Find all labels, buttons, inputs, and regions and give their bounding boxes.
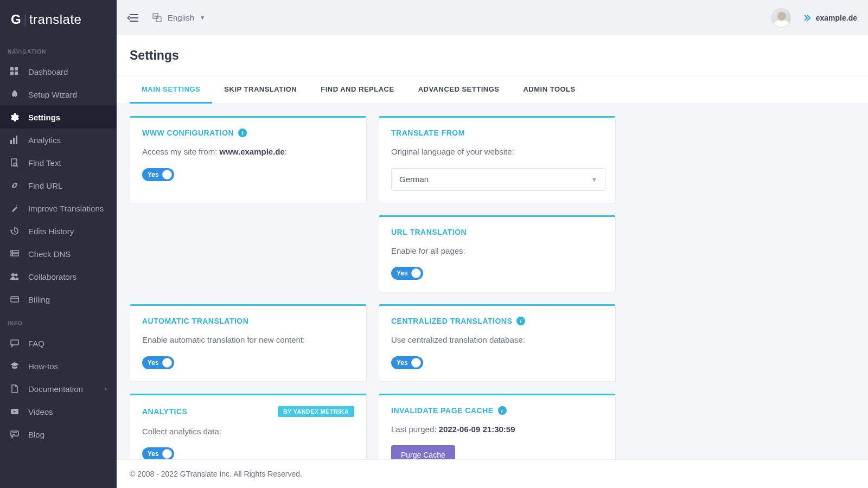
sidebar-item-faq[interactable]: FAQ bbox=[0, 332, 117, 355]
card-url-translation: URL TRANSLATION Enable for all pages: Ye… bbox=[379, 215, 616, 293]
dashboard-icon bbox=[10, 67, 20, 76]
sidebar-item-settings[interactable]: Settings bbox=[0, 106, 117, 129]
svg-rect-18 bbox=[11, 340, 18, 345]
page-title: Settings bbox=[117, 35, 868, 75]
sidebar-item-analytics[interactable]: Analytics bbox=[0, 129, 117, 151]
sidebar-item-collaborators[interactable]: Collaborators bbox=[0, 265, 117, 288]
toggle-url-translation[interactable]: Yes bbox=[391, 267, 423, 280]
svg-point-15 bbox=[15, 274, 18, 277]
card-title-text: AUTOMATIC TRANSLATION bbox=[142, 317, 248, 325]
sidebar-item-label: Improve Translations bbox=[28, 204, 104, 213]
card-desc: Collect analytics data: bbox=[142, 426, 354, 438]
analytics-provider-badge: BY YANDEX METRIKA bbox=[278, 406, 354, 417]
sidebar-item-label: Videos bbox=[28, 407, 53, 416]
content: WWW CONFIGURATION i Access my site from:… bbox=[117, 104, 868, 459]
toggle-knob bbox=[162, 358, 172, 368]
sidebar-item-edits-history[interactable]: Edits History bbox=[0, 220, 117, 242]
toggle-knob bbox=[162, 170, 172, 179]
card-desc: Access my site from: www.example.de: bbox=[142, 146, 354, 158]
svg-rect-20 bbox=[11, 431, 18, 436]
card-translate-from: TRANSLATE FROM Original language of your… bbox=[379, 116, 616, 203]
search-doc-icon bbox=[10, 158, 20, 168]
tab-skip-translation[interactable]: SKIP TRANSLATION bbox=[212, 75, 309, 104]
toggle-automatic[interactable]: Yes bbox=[142, 356, 174, 369]
purge-cache-button[interactable]: Purge Cache bbox=[391, 445, 455, 459]
sidebar-item-documentation[interactable]: Documentation › bbox=[0, 377, 117, 400]
chevron-right-icon: › bbox=[105, 385, 107, 393]
sidebar-item-label: Dashboard bbox=[28, 67, 68, 76]
translate-icon: A bbox=[152, 13, 162, 23]
card-desc: Enable automatic translation for new con… bbox=[142, 334, 354, 346]
card-www-configuration: WWW CONFIGURATION i Access my site from:… bbox=[130, 116, 367, 203]
tab-main-settings[interactable]: MAIN SETTINGS bbox=[130, 75, 212, 104]
toggle-label: Yes bbox=[148, 450, 159, 458]
card-invalidate-cache: INVALIDATE PAGE CACHE i Last purged: 202… bbox=[379, 394, 616, 460]
doc-icon bbox=[10, 384, 20, 394]
svg-rect-6 bbox=[16, 136, 17, 144]
toggle-label: Yes bbox=[148, 171, 159, 178]
sidebar-item-videos[interactable]: Videos bbox=[0, 400, 117, 423]
sidebar-item-billing[interactable]: Billing bbox=[0, 288, 117, 311]
info-icon[interactable]: i bbox=[498, 406, 507, 415]
sidebar-item-blog[interactable]: Blog bbox=[0, 423, 117, 446]
svg-rect-3 bbox=[15, 72, 18, 75]
sidebar-item-howtos[interactable]: How-tos bbox=[0, 355, 117, 377]
sidebar-item-dashboard[interactable]: Dashboard bbox=[0, 60, 117, 83]
caret-down-icon: ▼ bbox=[200, 15, 205, 21]
info-icon[interactable]: i bbox=[516, 317, 525, 325]
sidebar-item-label: Edits History bbox=[28, 227, 74, 236]
link-icon bbox=[10, 181, 20, 190]
sidebar-item-find-text[interactable]: Find Text bbox=[0, 151, 117, 174]
site-badge[interactable]: example.de bbox=[803, 14, 857, 22]
sidebar-item-label: Find URL bbox=[28, 181, 62, 190]
toggle-knob bbox=[411, 358, 421, 368]
site-label: example.de bbox=[816, 14, 857, 22]
sidebar-item-label: FAQ bbox=[28, 339, 44, 348]
toggle-www[interactable]: Yes bbox=[142, 168, 174, 181]
collapse-sidebar-button[interactable] bbox=[127, 13, 138, 23]
sidebar-item-label: Billing bbox=[28, 295, 50, 304]
avatar[interactable] bbox=[771, 8, 791, 28]
card-desc: Enable for all pages: bbox=[391, 245, 603, 258]
svg-rect-16 bbox=[11, 297, 18, 302]
sidebar-item-label: Find Text bbox=[28, 158, 61, 168]
svg-rect-5 bbox=[13, 138, 15, 144]
card-title-text: TRANSLATE FROM bbox=[391, 129, 465, 137]
site-icon bbox=[803, 14, 812, 22]
gear-icon bbox=[10, 112, 20, 122]
svg-rect-27 bbox=[156, 17, 161, 22]
sidebar-item-check-dns[interactable]: Check DNS bbox=[0, 242, 117, 265]
info-icon[interactable]: i bbox=[238, 129, 247, 137]
caret-down-icon: ▼ bbox=[591, 176, 597, 183]
toggle-label: Yes bbox=[397, 359, 408, 367]
tab-find-and-replace[interactable]: FIND AND REPLACE bbox=[309, 75, 406, 104]
sidebar-item-setup-wizard[interactable]: Setup Wizard bbox=[0, 83, 117, 106]
sidebar-item-label: How-tos bbox=[28, 362, 58, 371]
toggle-centralized[interactable]: Yes bbox=[391, 356, 423, 369]
card-title-text: ANALYTICS bbox=[142, 407, 187, 416]
grad-cap-icon bbox=[10, 361, 20, 371]
sidebar-item-label: Collaborators bbox=[28, 272, 76, 281]
server-icon bbox=[10, 249, 20, 259]
toggle-knob bbox=[162, 449, 172, 459]
select-source-language[interactable]: German ▼ bbox=[391, 168, 605, 191]
toggle-analytics[interactable]: Yes bbox=[142, 447, 174, 459]
svg-rect-2 bbox=[10, 72, 14, 75]
svg-rect-0 bbox=[10, 67, 14, 70]
svg-point-14 bbox=[11, 273, 15, 277]
sidebar-item-find-url[interactable]: Find URL bbox=[0, 174, 117, 197]
message-icon bbox=[10, 429, 20, 439]
tab-admin-tools[interactable]: ADMIN TOOLS bbox=[511, 75, 587, 104]
sidebar-item-label: Analytics bbox=[28, 136, 61, 145]
select-value: German bbox=[399, 175, 429, 184]
sidebar-item-label: Setup Wizard bbox=[28, 90, 77, 99]
card-automatic-translation: AUTOMATIC TRANSLATION Enable automatic t… bbox=[130, 304, 367, 382]
language-label: English bbox=[168, 13, 194, 22]
sidebar-item-label: Settings bbox=[28, 113, 60, 122]
language-selector[interactable]: A English ▼ bbox=[152, 13, 205, 23]
sidebar-item-improve[interactable]: Improve Translations bbox=[0, 197, 117, 220]
card-desc: Original language of your website: bbox=[391, 146, 603, 158]
tab-advanced-settings[interactable]: ADVANCED SETTINGS bbox=[406, 75, 512, 104]
card-title-text: INVALIDATE PAGE CACHE bbox=[391, 406, 494, 415]
card-title-text: URL TRANSLATION bbox=[391, 228, 467, 236]
